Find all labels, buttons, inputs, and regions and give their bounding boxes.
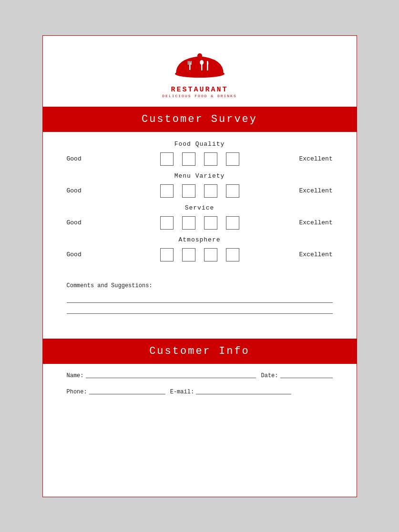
info-row-name-date: Name: Date: bbox=[67, 372, 333, 379]
phone-field: Phone: bbox=[67, 389, 165, 395]
name-field: Name: bbox=[67, 372, 256, 379]
email-line[interactable] bbox=[196, 394, 291, 394]
info-section: Name: Date: Phone: E-mail: bbox=[43, 364, 357, 416]
survey-page: RESTAURANT DELICIOUS FOOD & DRINKS Custo… bbox=[42, 35, 357, 497]
food-quality-checkboxes bbox=[100, 152, 299, 166]
food-quality-left: Good bbox=[67, 155, 100, 162]
menu-variety-label: Menu Variety bbox=[67, 172, 333, 180]
service-box-1[interactable] bbox=[160, 216, 174, 230]
name-line[interactable] bbox=[86, 378, 256, 378]
service-right: Excellent bbox=[299, 219, 333, 226]
comment-line-1 bbox=[67, 302, 333, 303]
menu-variety-checkboxes bbox=[100, 184, 299, 198]
phone-line[interactable] bbox=[89, 394, 165, 394]
logo-section: RESTAURANT DELICIOUS FOOD & DRINKS bbox=[43, 36, 357, 107]
email-label: E-mail: bbox=[170, 389, 194, 395]
date-field: Date: bbox=[261, 372, 332, 379]
rating-group-atmosphere: Atmosphere Good Excellent bbox=[67, 236, 333, 261]
atmosphere-box-3[interactable] bbox=[204, 248, 217, 261]
rating-group-service: Service Good Excellent bbox=[67, 204, 333, 230]
service-row: Good Excellent bbox=[67, 216, 333, 230]
svg-rect-2 bbox=[198, 56, 201, 59]
service-box-4[interactable] bbox=[226, 216, 239, 230]
comments-section: Comments and Suggestions: bbox=[43, 278, 357, 339]
service-checkboxes bbox=[100, 216, 299, 230]
comments-label: Comments and Suggestions: bbox=[67, 282, 333, 289]
info-banner: Customer Info bbox=[43, 339, 357, 364]
date-label: Date: bbox=[261, 372, 278, 379]
menu-variety-left: Good bbox=[67, 187, 100, 194]
menu-variety-box-2[interactable] bbox=[182, 184, 195, 198]
food-quality-box-2[interactable] bbox=[182, 152, 195, 166]
svg-rect-6 bbox=[191, 61, 192, 65]
atmosphere-left: Good bbox=[67, 251, 100, 258]
restaurant-name: RESTAURANT bbox=[171, 86, 228, 94]
food-quality-box-4[interactable] bbox=[226, 152, 239, 166]
rating-group-food-quality: Food Quality Good Excellent bbox=[67, 141, 333, 166]
atmosphere-box-1[interactable] bbox=[160, 248, 174, 261]
atmosphere-box-4[interactable] bbox=[226, 248, 239, 261]
survey-banner: Customer Survey bbox=[43, 107, 357, 132]
restaurant-tagline: DELICIOUS FOOD & DRINKS bbox=[162, 94, 236, 98]
svg-rect-8 bbox=[201, 64, 203, 70]
food-quality-box-1[interactable] bbox=[160, 152, 174, 166]
date-line[interactable] bbox=[280, 378, 333, 378]
info-row-phone-email: Phone: E-mail: bbox=[67, 389, 333, 395]
atmosphere-right: Excellent bbox=[299, 251, 333, 258]
name-label: Name: bbox=[67, 372, 84, 379]
menu-variety-box-4[interactable] bbox=[226, 184, 239, 198]
menu-variety-box-3[interactable] bbox=[204, 184, 217, 198]
phone-label: Phone: bbox=[67, 389, 87, 395]
service-label: Service bbox=[67, 204, 333, 211]
atmosphere-label: Atmosphere bbox=[67, 236, 333, 243]
menu-variety-box-1[interactable] bbox=[160, 184, 174, 198]
food-quality-row: Good Excellent bbox=[67, 152, 333, 166]
menu-variety-row: Good Excellent bbox=[67, 184, 333, 198]
restaurant-logo-icon bbox=[171, 49, 228, 85]
svg-point-9 bbox=[200, 60, 204, 65]
email-field: E-mail: bbox=[170, 389, 291, 395]
food-quality-label: Food Quality bbox=[67, 141, 333, 148]
svg-rect-4 bbox=[188, 61, 189, 65]
food-quality-box-3[interactable] bbox=[204, 152, 217, 166]
food-quality-right: Excellent bbox=[299, 155, 333, 162]
menu-variety-right: Excellent bbox=[299, 187, 333, 194]
atmosphere-box-2[interactable] bbox=[182, 248, 195, 261]
service-box-2[interactable] bbox=[182, 216, 195, 230]
survey-section: Food Quality Good Excellent Menu Variety… bbox=[43, 132, 357, 278]
atmosphere-row: Good Excellent bbox=[67, 248, 333, 261]
service-box-3[interactable] bbox=[204, 216, 217, 230]
svg-rect-5 bbox=[189, 61, 190, 65]
atmosphere-checkboxes bbox=[100, 248, 299, 261]
rating-group-menu-variety: Menu Variety Good Excellent bbox=[67, 172, 333, 198]
service-left: Good bbox=[67, 219, 100, 226]
comment-line-2 bbox=[67, 313, 333, 314]
